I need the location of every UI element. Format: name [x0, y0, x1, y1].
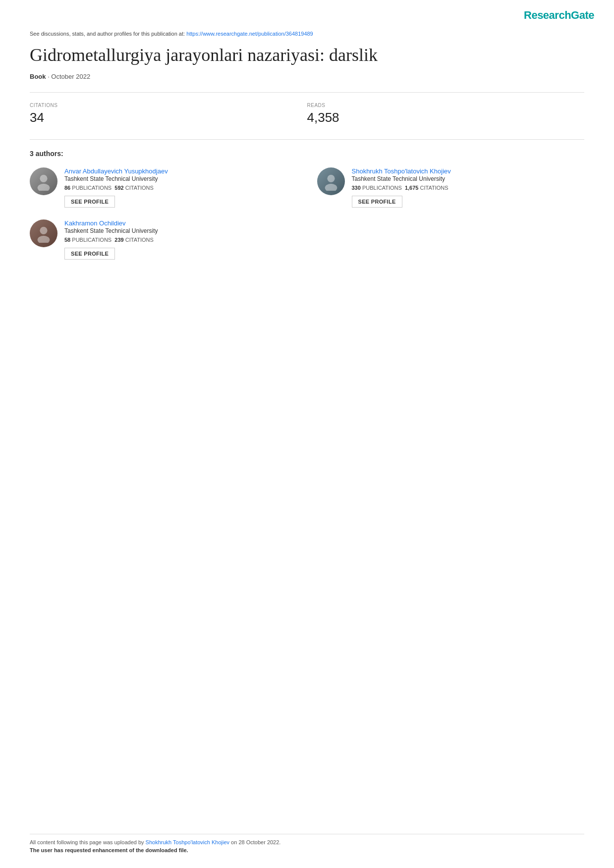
notice-text: See discussions, stats, and author profi… — [30, 31, 186, 37]
author-card-3: Kakhramon Ochildiev Tashkent State Techn… — [30, 219, 297, 260]
publication-date: October 2022 — [51, 73, 90, 80]
author-info-1: Anvar Abdullayevich Yusupkhodjaev Tashke… — [64, 167, 297, 208]
avatar-icon-2 — [322, 172, 340, 191]
reads-block: Reads 4,358 — [307, 103, 585, 125]
author-stats-3: 58 PUBLICATIONS 239 CITATIONS — [64, 237, 297, 243]
author-affiliation-1: Tashkent State Technical University — [64, 175, 297, 182]
page-footer: All content following this page was uplo… — [30, 834, 584, 853]
publication-type: Book — [30, 73, 46, 80]
citations-value: 34 — [30, 110, 307, 125]
publication-title: Gidrometallurgiya jarayonlari nazariyasi… — [30, 45, 584, 66]
notice-bar: See discussions, stats, and author profi… — [0, 27, 614, 40]
avatar-icon-3 — [34, 224, 53, 243]
stats-row: Citations 34 Reads 4,358 — [30, 103, 584, 125]
footer-notice: The user has requested enhancement of th… — [30, 847, 584, 853]
author-card-1: Anvar Abdullayevich Yusupkhodjaev Tashke… — [30, 167, 297, 208]
authors-heading: 3 authors: — [30, 150, 584, 158]
publication-link[interactable]: https://www.researchgate.net/publication… — [186, 31, 313, 37]
see-profile-button-2[interactable]: SEE PROFILE — [352, 196, 402, 208]
svg-point-1 — [38, 184, 50, 191]
author-name-2[interactable]: Shokhrukh Toshpo'latovich Khojiev — [352, 167, 451, 175]
reads-value: 4,358 — [307, 110, 585, 125]
author-card-2: Shokhrukh Toshpo'latovich Khojiev Tashke… — [317, 167, 585, 208]
svg-point-0 — [40, 175, 47, 182]
author-avatar-3 — [30, 219, 57, 247]
authors-divider — [30, 139, 584, 140]
author-name-3[interactable]: Kakhramon Ochildiev — [64, 219, 126, 227]
svg-point-5 — [38, 236, 50, 243]
citations-block: Citations 34 — [30, 103, 307, 125]
author-name-1[interactable]: Anvar Abdullayevich Yusupkhodjaev — [64, 167, 168, 175]
author-avatar-1 — [30, 167, 57, 195]
see-profile-button-3[interactable]: SEE PROFILE — [64, 248, 115, 260]
footer-date: on 28 October 2022. — [229, 839, 280, 845]
author-info-3: Kakhramon Ochildiev Tashkent State Techn… — [64, 219, 297, 260]
main-content: Gidrometallurgiya jarayonlari nazariyasi… — [0, 40, 614, 289]
brand-logo: ResearchGate — [524, 9, 594, 22]
svg-point-4 — [40, 227, 47, 234]
top-bar: ResearchGate — [0, 0, 614, 27]
footer-prefix: All content following this page was uplo… — [30, 839, 146, 845]
authors-grid: Anvar Abdullayevich Yusupkhodjaev Tashke… — [30, 167, 584, 260]
reads-label: Reads — [307, 103, 585, 108]
publication-meta: Book · October 2022 — [30, 73, 584, 80]
citations-label: Citations — [30, 103, 307, 108]
author-stats-2: 330 PUBLICATIONS 1,675 CITATIONS — [352, 185, 585, 191]
footer-upload-line: All content following this page was uplo… — [30, 839, 584, 845]
svg-point-2 — [327, 175, 335, 182]
svg-point-3 — [325, 184, 337, 191]
footer-uploader-link[interactable]: Shokhrukh Toshpo'latovich Khojiev — [146, 839, 229, 845]
authors-section: 3 authors: Anvar Abdullayevich Yusupkhod… — [30, 150, 584, 260]
stats-divider — [30, 92, 584, 93]
author-affiliation-2: Tashkent State Technical University — [352, 175, 585, 182]
avatar-icon-1 — [34, 172, 53, 191]
author-stats-1: 86 PUBLICATIONS 592 CITATIONS — [64, 185, 297, 191]
see-profile-button-1[interactable]: SEE PROFILE — [64, 196, 115, 208]
author-avatar-2 — [317, 167, 345, 195]
author-info-2: Shokhrukh Toshpo'latovich Khojiev Tashke… — [352, 167, 585, 208]
author-affiliation-3: Tashkent State Technical University — [64, 227, 297, 234]
